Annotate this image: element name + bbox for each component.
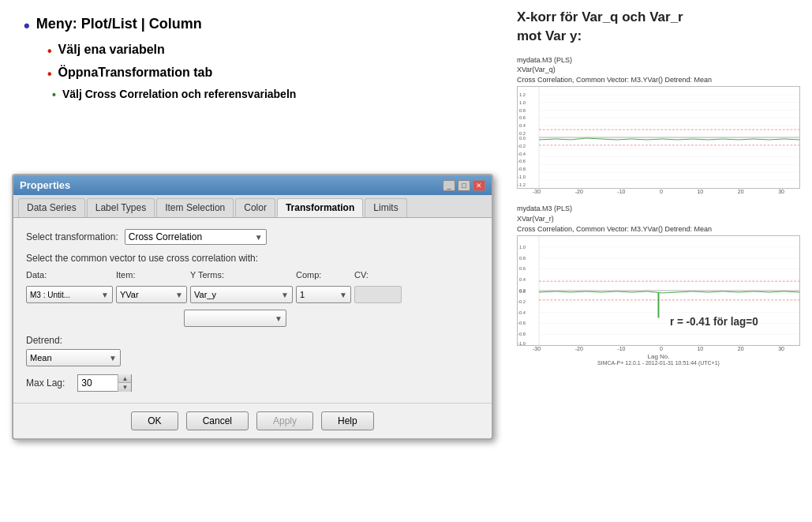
col-comp-header: Comp: xyxy=(296,270,351,280)
maxlag-spinner[interactable]: ▲ ▼ xyxy=(77,374,132,392)
tab-label-types[interactable]: Label Types xyxy=(87,198,155,217)
dialog-title: Properties xyxy=(20,179,70,191)
item-select-value: YVar xyxy=(120,290,139,299)
chart2-svg: 1.0 0.8 0.6 0.4 0.2 0.0 -0.2 -0.4 -0.6 -… xyxy=(518,236,799,345)
tab-item-selection[interactable]: Item Selection xyxy=(156,198,234,217)
col-data-header: Data: xyxy=(26,270,113,280)
chart1-xaxis: -30-20-100102030 xyxy=(517,189,800,194)
transformation-select[interactable]: Cross Correlation ▼ xyxy=(125,229,267,245)
properties-dialog: Properties _ □ ✕ Data Series Label Types… xyxy=(12,174,493,440)
dialog-body: Select transformation: Cross Correlation… xyxy=(13,218,492,403)
spinner-buttons: ▲ ▼ xyxy=(118,374,131,392)
yterms-select[interactable]: Var_y ▼ xyxy=(190,286,293,303)
svg-text:-0.8: -0.8 xyxy=(518,167,526,172)
svg-text:-0.8: -0.8 xyxy=(518,332,526,336)
section-label: Select the common vector to use cross co… xyxy=(26,253,479,264)
detrend-select-arrow: ▼ xyxy=(109,354,117,362)
main-bullet-item: • Meny: Plot/List | Column xyxy=(24,16,481,36)
spinner-down-button[interactable]: ▼ xyxy=(118,383,131,392)
svg-text:-0.4: -0.4 xyxy=(518,310,526,315)
detrend-row: Detrend: Mean ▼ xyxy=(26,335,479,366)
minimize-button[interactable]: _ xyxy=(443,180,455,191)
item-select[interactable]: YVar ▼ xyxy=(116,286,187,303)
svg-text:-0.6: -0.6 xyxy=(518,321,526,325)
select-transformation-row: Select transformation: Cross Correlation… xyxy=(26,229,479,245)
svg-text:-0.2: -0.2 xyxy=(518,144,526,148)
tab-data-series[interactable]: Data Series xyxy=(18,198,85,217)
svg-text:0.8: 0.8 xyxy=(519,108,526,113)
maxlag-label: Max Lag: xyxy=(26,377,65,389)
chart1-svg: 1.2 1.0 0.8 0.6 0.4 0.2 0.0 -0.2 -0.4 -0… xyxy=(518,87,799,188)
svg-text:0.8: 0.8 xyxy=(519,256,526,261)
transformation-select-value: Cross Correlation xyxy=(129,231,202,242)
chart2-lag-label: Lag No. xyxy=(517,353,800,360)
cancel-button[interactable]: Cancel xyxy=(186,411,249,430)
svg-text:1.0: 1.0 xyxy=(519,245,526,250)
sub-bullet-text-1: Välj ena variabeln xyxy=(58,43,165,57)
close-button[interactable]: ✕ xyxy=(473,180,485,191)
chart1-subtitle1: mydata.M3 (PLS) XVar(Var_q) Cross Correl… xyxy=(517,55,800,85)
dialog-controls: _ □ ✕ xyxy=(443,180,485,191)
yterms-select-arrow: ▼ xyxy=(281,291,289,299)
svg-text:-1.2: -1.2 xyxy=(518,182,526,187)
detrend-select-value: Mean xyxy=(30,353,52,362)
yterms-select-2-arrow: ▼ xyxy=(275,314,283,323)
col-cv-header: CV: xyxy=(354,270,402,280)
svg-text:1.0: 1.0 xyxy=(519,100,526,105)
maxlag-input[interactable] xyxy=(78,376,118,390)
svg-text:r = -0.41 för lag=0: r = -0.41 för lag=0 xyxy=(670,316,758,328)
bullet-green-icon: • xyxy=(52,88,56,103)
comp-select-arrow: ▼ xyxy=(339,291,347,299)
item-select-arrow: ▼ xyxy=(175,291,183,299)
yterms-select-value: Var_y xyxy=(194,290,216,299)
svg-text:-0.6: -0.6 xyxy=(518,160,526,164)
chart2-subtitle: mydata.M3 (PLS) XVar(Var_r) Cross Correl… xyxy=(517,204,800,234)
transformation-select-arrow: ▼ xyxy=(255,233,263,242)
maximize-button[interactable]: □ xyxy=(458,180,470,191)
ok-button[interactable]: OK xyxy=(131,411,178,430)
col-item-header: Item: xyxy=(116,270,187,280)
select-transformation-label: Select transformation: xyxy=(26,231,118,242)
left-panel: • Meny: Plot/List | Column • Välj ena va… xyxy=(0,0,505,522)
bullet-red-icon-2: • xyxy=(47,66,52,83)
tab-limits[interactable]: Limits xyxy=(365,198,406,217)
svg-text:0.6: 0.6 xyxy=(519,266,526,271)
svg-text:-0.2: -0.2 xyxy=(518,299,526,304)
tab-transformation[interactable]: Transformation xyxy=(277,198,363,217)
svg-text:0.0: 0.0 xyxy=(519,289,526,294)
comp-select[interactable]: 1 ▼ xyxy=(296,286,351,303)
data-select[interactable]: M3 : Untit... ▼ xyxy=(26,286,113,303)
yterms-select-2[interactable]: ▼ xyxy=(184,310,286,327)
comp-select-value: 1 xyxy=(300,290,305,299)
bullet-red-icon-1: • xyxy=(47,43,52,60)
chart2-xaxis: -30-20-100102030 xyxy=(517,346,800,351)
spinner-up-button[interactable]: ▲ xyxy=(118,374,131,383)
svg-text:0.6: 0.6 xyxy=(519,116,526,121)
sub-bullet-2: • ÖppnaTransformation tab xyxy=(47,66,481,83)
tab-color[interactable]: Color xyxy=(235,198,275,217)
sub-bullet-1: • Välj ena variabeln xyxy=(47,43,481,60)
svg-text:-1.0: -1.0 xyxy=(518,341,526,345)
data-select-value: M3 : Untit... xyxy=(30,291,70,299)
dialog-titlebar: Properties _ □ ✕ xyxy=(13,175,492,195)
chart2-container: mydata.M3 (PLS) XVar(Var_r) Cross Correl… xyxy=(517,204,800,366)
cv-select xyxy=(354,286,402,303)
svg-text:-1.0: -1.0 xyxy=(518,175,526,180)
detrend-select[interactable]: Mean ▼ xyxy=(26,349,121,366)
col-yterms-header: Y Terms: xyxy=(190,270,293,280)
svg-text:1.2: 1.2 xyxy=(519,92,526,97)
form-grid-headers: Data: Item: Y Terms: Comp: CV: xyxy=(26,270,479,280)
form-grid-values: M3 : Untit... ▼ YVar ▼ Var_y ▼ 1 ▼ xyxy=(26,286,479,303)
dialog-footer: OK Cancel Apply Help xyxy=(13,403,492,438)
sub-bullet-text-2: ÖppnaTransformation tab xyxy=(58,66,213,80)
software-label: SIMCA-P+ 12.0.1 - 2012-01-31 10:51:44 (U… xyxy=(517,360,800,366)
sub-sub-bullet-text: Välj Cross Correlation och referensvaria… xyxy=(62,88,296,100)
right-panel: X-korr för Var_q och Var_r mot Var y: my… xyxy=(505,0,812,522)
sub-sub-bullet-1: • Välj Cross Correlation och referensvar… xyxy=(52,88,481,103)
main-chart-title: X-korr för Var_q och Var_r mot Var y: xyxy=(517,8,800,46)
svg-text:0.0: 0.0 xyxy=(519,136,526,141)
help-button[interactable]: Help xyxy=(321,411,374,430)
svg-text:-0.4: -0.4 xyxy=(518,152,526,156)
apply-button[interactable]: Apply xyxy=(256,411,313,430)
maxlag-row: Max Lag: ▲ ▼ xyxy=(26,374,479,392)
